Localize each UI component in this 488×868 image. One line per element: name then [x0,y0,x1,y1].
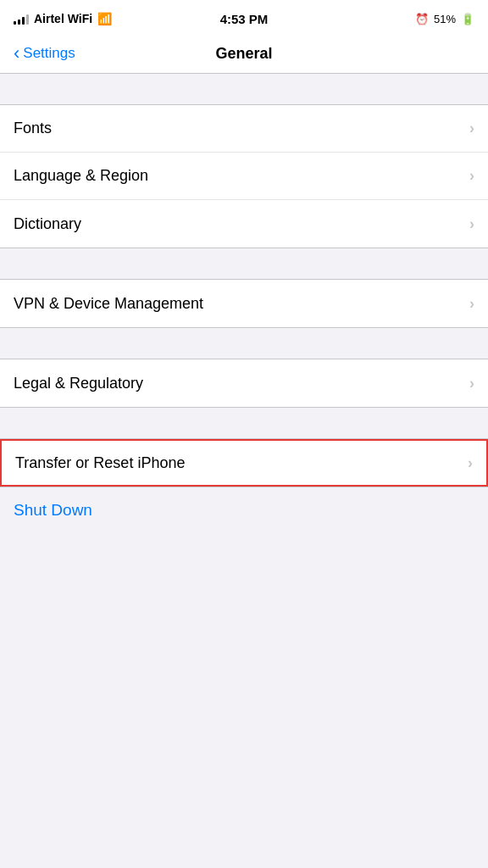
settings-group-3: Legal & Regulatory › [0,359,488,408]
language-region-label: Language & Region [14,167,148,185]
wifi-icon: 📶 [97,12,112,25]
chevron-right-icon: › [469,120,474,137]
settings-row-legal[interactable]: Legal & Regulatory › [0,359,488,407]
shut-down-button[interactable]: Shut Down [14,501,92,519]
settings-group-1: Fonts › Language & Region › Dictionary › [0,104,488,248]
status-bar-left: Airtel WiFi 📶 [14,12,112,25]
settings-group-4: Transfer or Reset iPhone › [0,438,488,487]
settings-row-language-region[interactable]: Language & Region › [0,153,488,200]
chevron-left-icon: ‹ [14,44,19,63]
back-button[interactable]: ‹ Settings [14,44,75,63]
carrier-label: Airtel WiFi [34,12,92,25]
gray-spacer-3 [0,408,488,438]
chevron-right-icon: › [469,375,474,392]
fonts-label: Fonts [14,120,52,137]
chevron-right-icon: › [469,215,474,233]
legal-label: Legal & Regulatory [14,375,143,392]
battery-label: 51% [434,13,456,25]
chevron-right-icon: › [469,295,474,313]
status-bar-right: ⏰ 51% 🔋 [415,13,474,25]
battery-icon: 🔋 [461,13,474,25]
nav-bar: ‹ Settings General [0,37,488,74]
back-label: Settings [23,45,75,62]
settings-row-dictionary[interactable]: Dictionary › [0,200,488,248]
settings-row-fonts[interactable]: Fonts › [0,105,488,153]
chevron-right-icon: › [469,167,474,185]
alarm-icon: ⏰ [415,13,429,25]
dictionary-label: Dictionary [14,215,81,233]
vpn-label: VPN & Device Management [14,295,203,313]
signal-icon [14,13,29,25]
gray-spacer-2 [0,328,488,359]
settings-group-2: VPN & Device Management › [0,279,488,328]
page-title: General [215,45,272,63]
gray-spacer-1 [0,248,488,279]
chevron-right-icon: › [468,454,473,472]
status-bar: Airtel WiFi 📶 4:53 PM ⏰ 51% 🔋 [0,0,488,37]
settings-row-vpn[interactable]: VPN & Device Management › [0,280,488,327]
transfer-reset-label: Transfer or Reset iPhone [15,454,185,472]
status-bar-time: 4:53 PM [220,12,269,26]
settings-row-transfer-reset[interactable]: Transfer or Reset iPhone › [0,439,488,487]
shut-down-section: Shut Down [0,487,488,535]
top-spacer [0,74,488,104]
